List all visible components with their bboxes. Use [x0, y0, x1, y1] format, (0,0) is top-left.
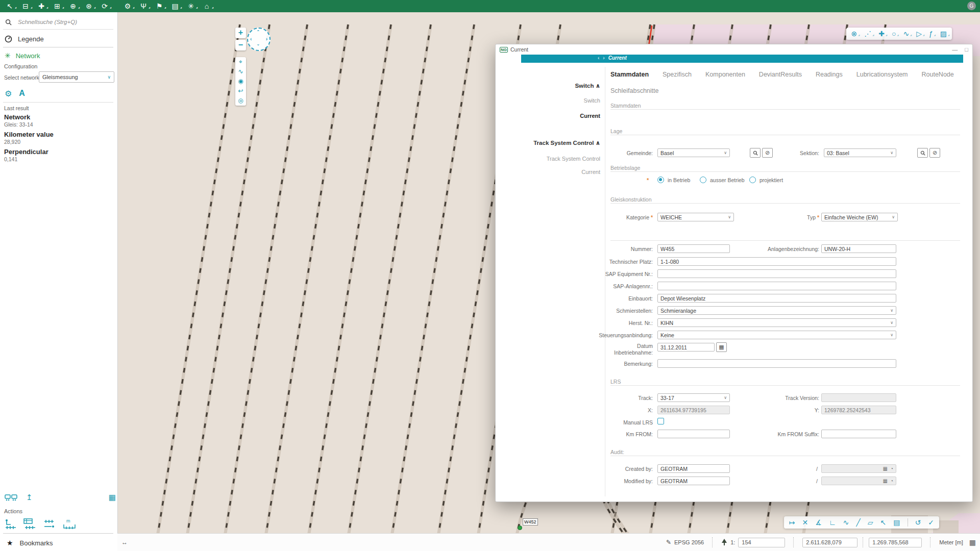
angle-icon[interactable]: ∡: [815, 518, 822, 527]
tab-deviantresults[interactable]: DeviantResults: [759, 71, 802, 78]
radio-in-betrieb[interactable]: [657, 177, 664, 183]
manual-lrs-checkbox[interactable]: [657, 418, 664, 424]
basemap-tool[interactable]: ⊛: [84, 3, 93, 10]
steuerungsanbindung-select[interactable]: Keine ∨: [657, 331, 896, 339]
select-tool[interactable]: ↖: [5, 3, 14, 10]
clock-icon[interactable]: ◔: [890, 478, 893, 484]
expand-statusbar-icon[interactable]: ↔: [121, 539, 128, 546]
catalog-tool[interactable]: ▤: [170, 3, 180, 10]
sketch-polyline-icon[interactable]: ∿: [903, 30, 909, 38]
datum-calendar-button[interactable]: ▦: [716, 342, 727, 352]
anlagenbezeichnung-input[interactable]: [821, 244, 896, 253]
attributes-icon[interactable]: ▤: [893, 518, 900, 527]
tab-routenode[interactable]: RouteNode: [922, 71, 954, 78]
sketch-dashed-line-icon[interactable]: ⋰: [864, 30, 871, 38]
tab-spezifisch[interactable]: Spezifisch: [663, 71, 692, 78]
datum-input[interactable]: [657, 343, 715, 352]
label-tool-icon[interactable]: A: [19, 89, 25, 98]
tab-schleifabschnitte[interactable]: Schleifabschnitte: [610, 87, 659, 94]
visibility-alt-icon[interactable]: ◎: [238, 97, 243, 104]
schmierstellen-select[interactable]: Schmieranlage ∨: [657, 306, 896, 315]
nav-item-current[interactable]: Current: [496, 169, 600, 175]
extend-line-icon[interactable]: ↦: [789, 518, 795, 527]
calendar-icon[interactable]: ▦: [883, 478, 888, 484]
refresh-tool[interactable]: ⟳: [100, 3, 109, 10]
depot-tool[interactable]: ⌂: [202, 3, 211, 10]
sap-anlagennr-input[interactable]: [657, 282, 896, 290]
print-tool[interactable]: ⊟: [21, 3, 30, 10]
add-tool[interactable]: ✚: [37, 3, 46, 10]
previous-extent-icon[interactable]: ↩: [238, 88, 243, 94]
line-icon[interactable]: ╱: [856, 518, 860, 527]
tab-readings[interactable]: Readings: [816, 71, 843, 78]
coordinate-grid-icon[interactable]: ▦: [969, 538, 976, 546]
settings-tool[interactable]: ⚙: [123, 3, 132, 10]
zoom-in-button[interactable]: +: [235, 28, 246, 38]
sketch-freehand-icon[interactable]: ƒ: [929, 30, 933, 38]
sketch-point-icon[interactable]: ✚: [878, 30, 885, 38]
network-settings-icon[interactable]: ⚙: [5, 89, 12, 98]
distribute-track-action-icon[interactable]: [43, 518, 56, 530]
signal-tool[interactable]: ⚑: [155, 3, 164, 10]
nav-item-switch[interactable]: Switch ∧: [496, 82, 600, 89]
nav-item-track-system-control[interactable]: Track System Control ∧: [496, 139, 600, 146]
radio-ausser-betrieb[interactable]: [700, 177, 706, 183]
quick-search[interactable]: Schnellsuche (Strg+Q): [0, 15, 122, 29]
tab-lubricationsystem[interactable]: Lubricationsystem: [856, 71, 908, 78]
created-by-input[interactable]: [657, 464, 730, 473]
vertices-icon[interactable]: ∿: [843, 518, 849, 527]
select-features-icon[interactable]: ↖: [880, 518, 887, 527]
measure-track-action-icon[interactable]: m: [62, 518, 77, 530]
radio-projektiert[interactable]: [749, 177, 756, 183]
einbauort-input[interactable]: [657, 294, 896, 303]
tab-komponenten[interactable]: Komponenten: [705, 71, 745, 78]
apply-icon[interactable]: ✓: [928, 518, 934, 527]
minimize-icon[interactable]: —: [952, 46, 958, 53]
coord-y-input[interactable]: [869, 538, 922, 547]
undo-icon[interactable]: ↺: [915, 518, 921, 527]
dimension-tool[interactable]: ⊕: [68, 3, 78, 10]
calendar-icon[interactable]: ▦: [883, 466, 888, 471]
legende-item[interactable]: Legende: [0, 32, 122, 46]
nav-item-current[interactable]: Current: [496, 113, 600, 119]
herst-nr-select[interactable]: KIHN ∨: [657, 318, 896, 327]
sektion-search-button[interactable]: [917, 148, 928, 158]
technischer-platz-input[interactable]: [657, 257, 896, 266]
sektion-select[interactable]: 03: Basel ∨: [824, 148, 896, 157]
switch-point-icon[interactable]: [518, 525, 522, 530]
pan-right-icon[interactable]: ›: [266, 36, 267, 42]
bemerkung-input[interactable]: [657, 359, 896, 368]
network-item[interactable]: ✳ Network: [0, 49, 122, 62]
km-from-suffix-input[interactable]: [821, 430, 896, 438]
catenary-mast-tool[interactable]: Ψ: [139, 3, 148, 10]
table-track-action-icon[interactable]: [23, 518, 37, 530]
scale-input[interactable]: [738, 538, 785, 547]
sap-equipment-input[interactable]: [657, 269, 896, 278]
train-consist-icon[interactable]: [5, 494, 18, 501]
pan-left-icon[interactable]: ‹: [250, 36, 252, 42]
pan-control[interactable]: ‹ › ˆ ˇ: [247, 28, 271, 51]
breadcrumb-back-icon[interactable]: ‹: [598, 55, 599, 61]
reshape-icon[interactable]: ▱: [868, 518, 873, 527]
measure-tool[interactable]: ⊞: [53, 3, 62, 10]
split-icon[interactable]: ✕: [802, 518, 808, 527]
clock-icon[interactable]: ◔: [890, 466, 893, 471]
visibility-icon[interactable]: ◉: [238, 78, 243, 85]
tab-stammdaten[interactable]: Stammdaten: [610, 71, 649, 78]
coord-x-input[interactable]: [802, 538, 857, 547]
network-select[interactable]: Gleismessung ∨: [39, 71, 114, 83]
point-to-track-action-icon[interactable]: [5, 518, 17, 530]
crs-edit-icon[interactable]: ✎: [666, 539, 671, 546]
snap-icon[interactable]: ⌖: [239, 59, 242, 65]
sektion-clear-button[interactable]: ⊘: [929, 148, 940, 158]
calculator-icon[interactable]: ▦: [109, 493, 116, 502]
export-icon[interactable]: ↥: [26, 493, 33, 502]
junction-tool[interactable]: ✳: [186, 3, 195, 10]
breadcrumb-forward-icon[interactable]: ›: [603, 55, 604, 61]
modified-by-input[interactable]: [657, 477, 730, 485]
dialog-titlebar[interactable]: NG Current — □: [496, 44, 972, 55]
nav-item-switch[interactable]: Switch: [496, 97, 600, 104]
trace-icon[interactable]: ∿: [238, 68, 243, 75]
sketch-hatch-icon[interactable]: ▨: [940, 30, 947, 38]
perpendicular-icon[interactable]: ∟: [829, 518, 836, 527]
